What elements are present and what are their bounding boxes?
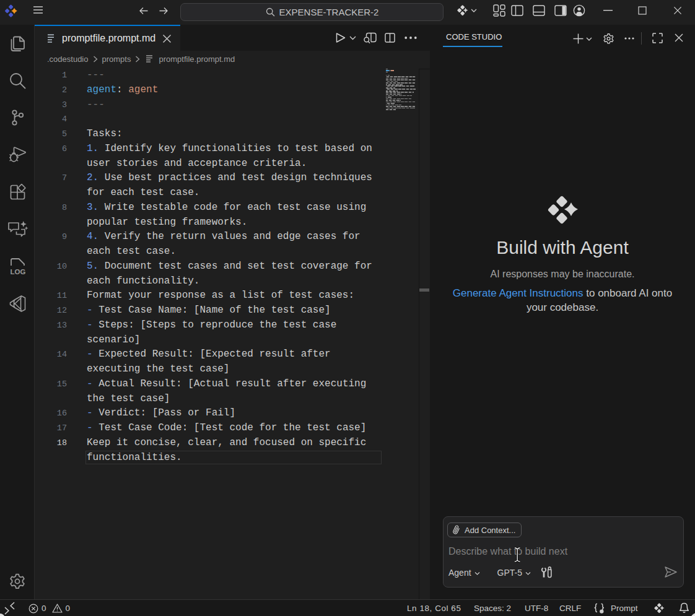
svg-text:LOG: LOG <box>10 267 25 275</box>
